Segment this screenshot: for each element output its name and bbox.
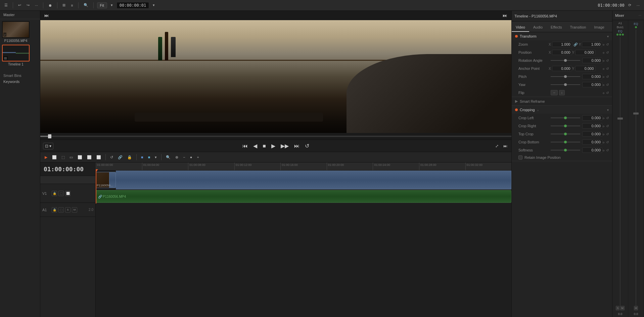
zoom-y-input[interactable] bbox=[582, 42, 602, 47]
skip-start-button[interactable]: ⏮ bbox=[241, 142, 249, 150]
tab-effects[interactable]: Effects bbox=[547, 23, 566, 32]
media-thumb-video[interactable]: ♪ bbox=[2, 21, 30, 38]
fit-dropdown[interactable]: ▾ bbox=[109, 2, 114, 8]
bus1-eq[interactable]: EQ bbox=[634, 22, 638, 26]
tl-color2[interactable]: ■ bbox=[146, 154, 152, 160]
anchor-y-input[interactable] bbox=[575, 66, 595, 71]
bus1-fader-handle[interactable] bbox=[633, 112, 639, 115]
a1-lock[interactable]: 🔒 bbox=[52, 207, 57, 213]
stop-button[interactable]: ■ bbox=[261, 142, 267, 150]
tab-audio[interactable]: Audio bbox=[529, 23, 547, 32]
timecode-dropdown[interactable]: ▾ bbox=[151, 2, 156, 8]
a1-m[interactable]: M bbox=[72, 207, 77, 213]
media-item-timeline[interactable]: ▤ Timeline 1 bbox=[2, 45, 30, 66]
audio-clip[interactable]: 🔗 P1160056.MP4 bbox=[96, 190, 511, 203]
crop-right-add[interactable]: ⬦ bbox=[602, 124, 605, 128]
softness-add[interactable]: ⬦ bbox=[602, 148, 605, 152]
tab-video[interactable]: Video bbox=[512, 23, 529, 32]
tl-trim[interactable]: ⬚ bbox=[60, 154, 66, 160]
fit-button[interactable]: Fit bbox=[97, 2, 107, 8]
pitch-add[interactable]: ⬦ bbox=[602, 74, 605, 79]
a1-eq[interactable]: EQ bbox=[618, 30, 622, 33]
yaw-slider[interactable] bbox=[551, 84, 580, 85]
sync-button[interactable]: ⟳ bbox=[627, 2, 633, 8]
crop-bottom-slider[interactable] bbox=[551, 142, 580, 142]
crop-right-slider[interactable] bbox=[551, 126, 580, 126]
v1-input[interactable]: ⬚ bbox=[58, 191, 64, 196]
timeline-tracks-right[interactable]: 01:00:00:00 01:00:04:00 01:00:08:00 01:0… bbox=[96, 163, 511, 317]
softness-reset[interactable]: ↺ bbox=[606, 148, 609, 152]
crop-bottom-input[interactable] bbox=[582, 139, 602, 145]
tl-edit[interactable]: ⬜ bbox=[50, 154, 58, 160]
list-button[interactable]: ≡ bbox=[69, 3, 75, 8]
media-item-video[interactable]: ♪ P1160056.MP4 bbox=[2, 21, 30, 43]
tl-pointer[interactable]: ▶ bbox=[43, 154, 49, 160]
pitch-input[interactable] bbox=[582, 74, 602, 79]
tl-blade[interactable]: ▭ bbox=[68, 154, 75, 160]
tl-loop[interactable]: ↺ bbox=[108, 154, 115, 160]
mixer-more[interactable]: ··· bbox=[639, 13, 641, 17]
flip-reset[interactable]: ↺ bbox=[606, 91, 609, 95]
retain-checkbox[interactable] bbox=[518, 155, 522, 160]
next-frame-button[interactable]: ▶▶ bbox=[279, 141, 290, 150]
video-clip[interactable]: P1160056... bbox=[96, 172, 116, 188]
viewer-skip-start[interactable]: ⏭ bbox=[43, 11, 50, 19]
tab-transition[interactable]: Transition bbox=[566, 23, 590, 32]
video-clip-extend[interactable] bbox=[116, 171, 511, 189]
pos-add[interactable]: ⬦ bbox=[602, 50, 605, 55]
a1-fader[interactable] bbox=[613, 37, 627, 306]
redo-button[interactable]: ↪ bbox=[25, 2, 31, 8]
rotation-input[interactable] bbox=[582, 58, 602, 63]
yaw-add[interactable]: ⬦ bbox=[602, 82, 605, 87]
zoom-link[interactable]: 🔗 bbox=[573, 43, 578, 46]
tl-plus[interactable]: + bbox=[195, 154, 200, 160]
crop-top-input[interactable] bbox=[582, 131, 602, 137]
pos-reset[interactable]: ↺ bbox=[606, 51, 609, 54]
crop-right-input[interactable] bbox=[582, 123, 602, 129]
viewer-progress[interactable] bbox=[40, 133, 511, 140]
crop-left-add[interactable]: ⬦ bbox=[602, 116, 605, 120]
v1-type[interactable]: ⬜ bbox=[65, 191, 71, 196]
pitch-slider[interactable] bbox=[551, 76, 580, 77]
tl-color[interactable]: ■ bbox=[139, 154, 145, 160]
crop-top-reset[interactable]: ↺ bbox=[606, 132, 609, 136]
v1-lock[interactable]: 🔒 bbox=[52, 191, 57, 196]
a1-input[interactable]: ⬚ bbox=[58, 207, 64, 213]
flip-h-button[interactable]: ↔ bbox=[551, 90, 558, 95]
prev-frame-button[interactable]: ◀ bbox=[252, 141, 259, 150]
softness-slider[interactable] bbox=[551, 150, 580, 150]
toolbar-more[interactable]: ··· bbox=[635, 3, 641, 8]
anchor-x-input[interactable] bbox=[552, 66, 572, 71]
softness-input[interactable] bbox=[582, 147, 602, 153]
overlay-button[interactable]: ⊡ ▾ bbox=[43, 143, 53, 149]
grid-button[interactable]: ⊞ bbox=[61, 2, 67, 8]
record-button[interactable]: ⏺ bbox=[47, 3, 54, 8]
transform-header[interactable]: Transform ▾ bbox=[512, 32, 612, 40]
tl-zoom-zoom[interactable]: ⊕ bbox=[174, 154, 180, 160]
keywords-item[interactable]: Keywords bbox=[3, 79, 37, 84]
play-button[interactable]: ▶ bbox=[270, 141, 277, 150]
a1-fader-handle[interactable] bbox=[617, 118, 623, 120]
tl-zoom-minus[interactable]: − bbox=[181, 154, 187, 160]
media-thumb-timeline[interactable]: ▤ bbox=[2, 45, 30, 61]
crop-left-reset[interactable]: ↺ bbox=[606, 116, 609, 120]
more-button[interactable]: ··· bbox=[33, 3, 40, 8]
a1-s[interactable]: S bbox=[65, 207, 71, 213]
undo-button[interactable]: ↩ bbox=[16, 2, 23, 8]
zoom-reset[interactable]: ↺ bbox=[606, 43, 609, 46]
yaw-input[interactable] bbox=[582, 82, 602, 87]
tl-zoom-out[interactable]: 🔍 bbox=[164, 154, 172, 160]
a1-m-btn[interactable]: M bbox=[620, 306, 625, 310]
fullscreen-button[interactable]: ⤢ bbox=[494, 142, 500, 150]
bus1-m-btn[interactable]: M bbox=[634, 306, 638, 310]
anchor-reset[interactable]: ↺ bbox=[606, 67, 609, 71]
yaw-reset[interactable]: ↺ bbox=[606, 83, 609, 87]
skip-end-button[interactable]: ⏭ bbox=[293, 142, 301, 150]
cropping-header[interactable]: Cropping ⬦ ▾ bbox=[512, 106, 612, 114]
viewer-more[interactable]: ⏭ bbox=[502, 142, 509, 150]
tl-color-dropdown[interactable]: ▾ bbox=[153, 154, 158, 160]
flip-v-button[interactable]: ↕ bbox=[559, 90, 565, 95]
tl-resize[interactable]: ⬜ bbox=[95, 154, 103, 160]
crop-right-reset[interactable]: ↺ bbox=[606, 124, 609, 128]
crop-top-add[interactable]: ⬦ bbox=[602, 132, 605, 136]
